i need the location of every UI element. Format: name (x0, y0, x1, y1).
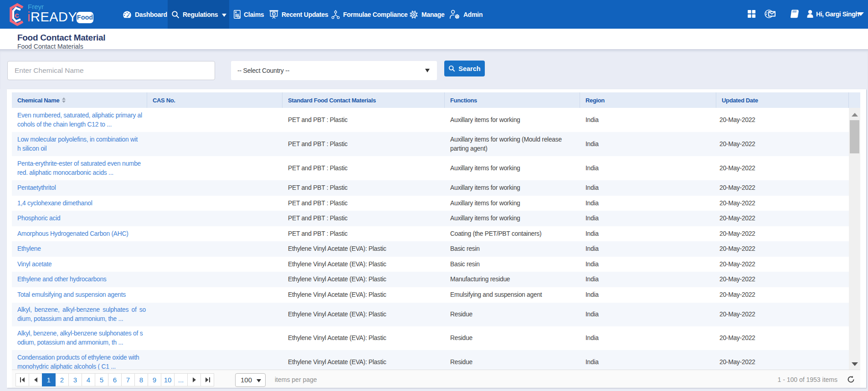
svg-text:c: c (15, 11, 19, 20)
